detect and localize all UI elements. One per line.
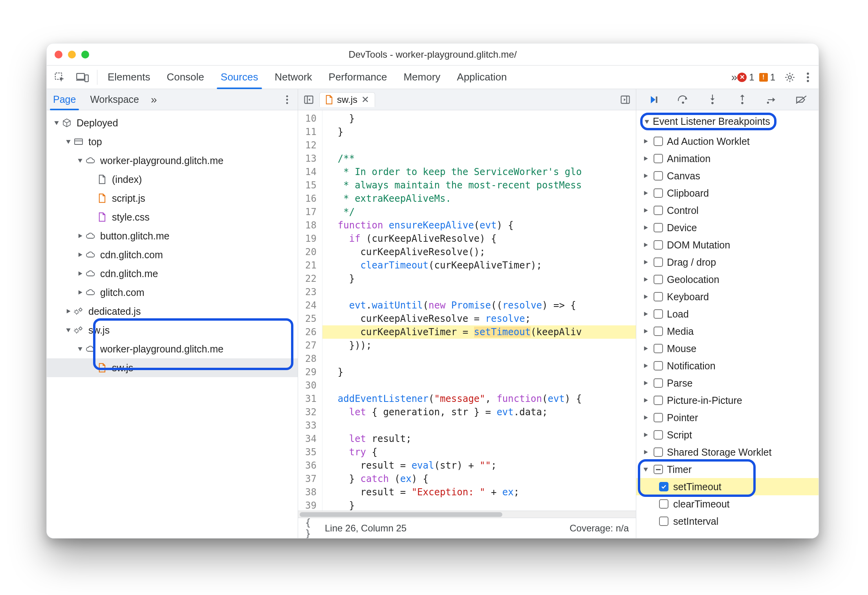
bp-item-settimeout[interactable]: setTimeout [636,478,819,495]
origin-button-glitch-me[interactable]: button.glitch.me [47,226,298,245]
event-listener-breakpoints-header[interactable]: Event Listener Breakpoints [640,113,776,130]
bp-category-shared-storage-worklet[interactable]: Shared Storage Worklet [636,444,819,461]
zoom-window-button[interactable] [81,51,89,58]
checkbox-icon[interactable] [659,517,668,526]
code-line[interactable]: } [322,112,636,125]
checkbox-icon[interactable] [654,188,663,198]
code-line[interactable]: curKeepAliveResolve = resolve; [322,312,636,325]
code-line[interactable]: } catch (ex) { [322,472,636,485]
horizontal-scrollbar[interactable] [298,511,636,518]
bp-category-pointer[interactable]: Pointer [636,409,819,426]
checkbox-icon[interactable] [654,154,663,163]
inspect-element-icon[interactable] [53,71,66,84]
bp-item-cleartimeout[interactable]: clearTimeout [636,495,819,513]
dedicated-worker-node[interactable]: dedicated.js [47,302,298,321]
code-line[interactable]: let result; [322,432,636,445]
expand-toggle-icon[interactable] [76,271,84,276]
toggle-navigator-icon[interactable] [302,93,315,106]
code-line[interactable] [322,285,636,299]
navigator-tab-workspace[interactable]: Workspace [88,89,141,110]
code-line[interactable]: * In order to keep the ServiceWorker's g… [322,165,636,179]
deployed-node[interactable]: Deployed [47,113,298,132]
bp-category-timer[interactable]: Timer [636,461,819,478]
code-line[interactable] [322,419,636,432]
checkbox-icon[interactable] [654,223,663,232]
checkbox-icon[interactable] [654,309,663,319]
checkbox-icon[interactable] [654,327,663,336]
checkbox-icon[interactable] [654,396,663,405]
checkbox-icon[interactable] [654,361,663,371]
service-worker-node[interactable]: sw.js [47,321,298,339]
code-line[interactable]: function ensureKeepAlive(evt) { [322,219,636,232]
code-line[interactable]: /** [322,152,636,165]
expand-toggle-icon[interactable] [76,233,84,239]
expand-toggle-icon[interactable] [64,139,73,144]
expand-toggle-icon[interactable] [76,290,84,295]
step-icon[interactable] [764,92,780,108]
file--index-[interactable]: (index) [47,170,298,189]
bp-category-geolocation[interactable]: Geolocation [636,271,819,288]
kebab-menu-icon[interactable] [801,71,815,84]
expand-toggle-icon[interactable] [52,120,61,126]
step-into-icon[interactable] [705,92,720,108]
bp-category-picture-in-picture[interactable]: Picture-in-Picture [636,392,819,409]
expand-toggle-icon[interactable] [64,308,73,314]
main-tab-performance[interactable]: Performance [326,66,390,89]
code-line[interactable]: curKeepAliveResolve(); [322,245,636,259]
code-line[interactable]: } [322,125,636,139]
checkbox-icon[interactable] [654,378,663,388]
code-line[interactable]: result = eval(str) + ""; [322,459,636,472]
close-window-button[interactable] [55,51,62,58]
expand-toggle-icon[interactable] [76,252,84,257]
format-icon[interactable]: { } [305,522,319,535]
checkbox-icon[interactable] [659,499,668,509]
warnings-badge[interactable]: ! 1 [759,72,775,83]
checkbox-indeterminate-icon[interactable] [654,465,663,474]
bp-category-load[interactable]: Load [636,305,819,323]
bp-category-keyboard[interactable]: Keyboard [636,288,819,305]
navigator-tab-page[interactable]: Page [51,89,78,110]
bp-category-script[interactable]: Script [636,426,819,444]
code-line[interactable]: if (curKeepAliveResolve) { [322,232,636,245]
bp-category-device[interactable]: Device [636,219,819,236]
code-line[interactable]: } [322,365,636,379]
expand-toggle-icon[interactable] [76,346,84,352]
bp-category-clipboard[interactable]: Clipboard [636,184,819,202]
sw-origin-node[interactable]: worker-playground.glitch.me [47,339,298,358]
checkbox-icon[interactable] [654,137,663,146]
bp-category-canvas[interactable]: Canvas [636,167,819,184]
more-subtabs-icon[interactable]: » [151,93,157,106]
origin-cdn-glitch-com[interactable]: cdn.glitch.com [47,245,298,264]
code-line[interactable]: })); [322,339,636,352]
code-line[interactable]: } [322,272,636,285]
checkbox-icon[interactable] [654,275,663,284]
main-tab-application[interactable]: Application [454,66,509,89]
main-tab-sources[interactable]: Sources [218,66,260,89]
step-over-icon[interactable] [675,92,691,108]
resume-icon[interactable] [646,92,661,108]
main-tab-network[interactable]: Network [272,66,314,89]
code-line[interactable] [322,352,636,365]
checkbox-icon[interactable] [659,482,668,491]
close-tab-icon[interactable]: ✕ [361,94,369,105]
top-frame-node[interactable]: top [47,132,298,151]
code-line[interactable] [322,379,636,392]
more-tabs-icon[interactable]: » [731,71,738,84]
code-line[interactable]: */ [322,205,636,219]
code-line[interactable]: clearTimeout(curKeepAliveTimer); [322,259,636,272]
code-line[interactable]: * extraKeepAliveMs. [322,192,636,205]
editor-tab-swjs[interactable]: sw.js ✕ [319,92,375,107]
origin-glitch-com[interactable]: glitch.com [47,283,298,302]
device-toolbar-icon[interactable] [76,71,89,84]
file-script-js[interactable]: script.js [47,189,298,208]
main-tab-console[interactable]: Console [164,66,206,89]
origin-node[interactable]: worker-playground.glitch.me [47,151,298,170]
expand-toggle-icon[interactable] [64,327,73,333]
code-line[interactable]: } [322,499,636,511]
code-line[interactable]: let { generation, str } = evt.data; [322,405,636,419]
bp-category-notification[interactable]: Notification [636,357,819,374]
checkbox-icon[interactable] [654,257,663,267]
file-style-css[interactable]: style.css [47,208,298,226]
origin-cdn-glitch-me[interactable]: cdn.glitch.me [47,264,298,283]
checkbox-icon[interactable] [654,171,663,181]
